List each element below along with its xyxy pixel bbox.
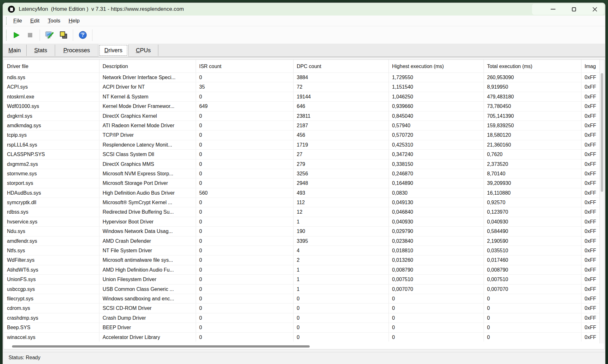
menu-help[interactable]: Help [64,17,84,25]
table-row[interactable]: AtihdWT6.sys AMD High Definition Audio F… [4,265,599,275]
cell-total-execution: 0 [484,294,581,303]
app-window: LatencyMon (Home Edition ) v 7.31 - http… [3,3,605,364]
column-header-highest-execution[interactable]: Highest execution (ms) [389,60,484,72]
cell-dpc-count: 1719 [294,140,389,149]
table-row[interactable]: tcpip.sys TCP/IP Driver 0 456 0,570720 1… [4,130,599,140]
menu-gripper[interactable] [6,17,7,25]
column-header-image-base[interactable]: Imag [581,60,599,72]
table-row[interactable]: UnionFS.sys Union Filesystem Driver 0 1 … [4,275,599,284]
cell-driver-file: AtihdWT6.sys [4,265,99,274]
cell-highest-execution: 0,425310 [389,140,484,149]
copy-report-button[interactable] [56,28,70,42]
table-row[interactable]: cdrom.sys SCSI CD-ROM Driver 0 0 0 0 0xF… [4,304,599,313]
cell-isr-count: 0 [196,333,294,342]
cell-isr-count: 0 [196,323,294,332]
toolbar-separator [73,29,73,41]
window-title: LatencyMon (Home Edition ) v 7.31 - http… [19,6,184,12]
vertical-scrollbar[interactable] [599,60,604,343]
stop-button[interactable] [23,28,37,42]
cell-isr-count: 0 [196,304,294,313]
cell-total-execution: 0,017460 [484,255,581,265]
table-row[interactable]: storport.sys Microsoft Storage Port Driv… [4,179,599,188]
menu-edit[interactable]: Edit [26,17,43,25]
vertical-scrollbar-thumb[interactable] [601,73,603,192]
cell-total-execution: 159,839250 [484,121,581,130]
column-header-driver-file[interactable]: Driver file [4,60,99,72]
cell-description: High Definition Audio Bus Driver [99,188,196,198]
table-row[interactable]: Ntfs.sys NT File System Driver 0 4 0,018… [4,246,599,255]
table-row[interactable]: ACPI.sys ACPI Driver for NT 35 72 1,1515… [4,82,599,92]
table-row[interactable]: symcryptk.dll Microsoft® SymCrypt Kernel… [4,198,599,207]
cell-total-execution: 18,580120 [484,130,581,140]
table-row[interactable]: Ndu.sys Windows Network Data Usag... 0 1… [4,227,599,236]
column-header-description[interactable]: Description [99,60,196,72]
cell-dpc-count: 0 [294,294,389,303]
maximize-button[interactable] [563,3,584,16]
cell-driver-file: rdbss.sys [4,207,99,217]
cell-isr-count: 0 [196,169,294,178]
cell-isr-count: 0 [196,236,294,246]
cell-driver-file: ACPI.sys [4,82,99,91]
table-row[interactable]: amdfendr.sys AMD Crash Defender 0 3395 0… [4,236,599,246]
horizontal-scrollbar-thumb[interactable] [12,345,310,348]
table-row[interactable]: rspLLL64.sys Resplendence Latency Monit.… [4,140,599,150]
menu-tools[interactable]: Tools [44,17,65,25]
cell-highest-execution: 0 [389,313,484,323]
table-row[interactable]: ntoskrnl.exe NT Kernel & System 0 19144 … [4,92,599,102]
cell-total-execution: 0,007510 [484,275,581,284]
minimize-icon [551,9,555,9]
table-row[interactable]: Beep.SYS BEEP Driver 0 0 0 0 0xFF [4,323,599,332]
cell-driver-file: Ntfs.sys [4,246,99,255]
table-row[interactable]: Wdf01000.sys Kernel Mode Driver Framewor… [4,102,599,111]
table-row[interactable]: rdbss.sys Redirected Drive Buffering Su.… [4,207,599,217]
cell-highest-execution: 0,57940 [389,121,484,130]
table-row[interactable]: HDAudBus.sys High Definition Audio Bus D… [4,188,599,198]
toolbar-gripper[interactable] [6,30,7,41]
cell-description: ATI Radeon Kernel Mode Driver [99,121,196,130]
title-bar[interactable]: LatencyMon (Home Edition ) v 7.31 - http… [3,3,605,16]
column-header-total-execution[interactable]: Total execution (ms) [484,60,581,72]
cell-driver-file: storport.sys [4,179,99,188]
help-button[interactable]: ? [76,28,90,42]
start-button[interactable] [9,28,23,42]
close-button[interactable] [584,3,605,16]
cell-image-base: 0xFF [581,82,599,91]
minimize-button[interactable] [542,3,563,16]
tab-drivers[interactable]: Drivers [98,44,128,57]
cell-driver-file: filecrypt.sys [4,294,99,303]
cell-image-base: 0xFF [581,217,599,226]
table-row[interactable]: hvservice.sys Hypervisor Boot Driver 0 1… [4,217,599,227]
cell-total-execution: 0,040930 [484,217,581,226]
cell-isr-count: 0 [196,160,294,169]
table-row[interactable]: dxgmms2.sys DirectX Graphics MMS 0 279 0… [4,160,599,169]
tabbar-gap [3,57,605,60]
table-row[interactable]: winaccel.sys Accelerator Driver Library … [4,333,599,342]
tab-stats[interactable]: Stats [27,44,55,57]
cell-driver-file: ntoskrnl.exe [4,92,99,101]
analyze-button[interactable] [42,28,56,42]
table-row[interactable]: CLASSPNP.SYS SCSI Class System Dll 0 27 … [4,150,599,159]
table-row[interactable]: ndis.sys Network Driver Interface Speci.… [4,73,599,82]
table-row[interactable]: amdkmdag.sys ATI Radeon Kernel Mode Driv… [4,121,599,130]
cell-isr-count: 0 [196,179,294,188]
table-row[interactable]: stornvme.sys Microsoft NVM Express Storp… [4,169,599,179]
table-row[interactable]: usbccgp.sys USB Common Class Generic ...… [4,285,599,294]
cell-isr-count: 560 [196,188,294,198]
cell-dpc-count: 112 [294,198,389,207]
horizontal-scrollbar[interactable] [4,343,599,349]
tab-main[interactable]: Main [3,44,26,57]
cell-total-execution: 39,209930 [484,179,581,188]
cell-dpc-count: 27 [294,150,389,159]
tab-processes[interactable]: Processes [55,44,98,57]
column-header-dpc-count[interactable]: DPC count [294,60,389,72]
tab-cpus[interactable]: CPUs [129,44,158,57]
cell-dpc-count: 1 [294,265,389,274]
table-row[interactable]: crashdmp.sys Crash Dump Driver 0 0 0 0 0… [4,313,599,323]
column-header-isr-count[interactable]: ISR count [196,60,294,72]
cell-total-execution: 0 [484,304,581,313]
table-row[interactable]: WdFilter.sys Microsoft antimalware file … [4,255,599,265]
table-row[interactable]: dxgkrnl.sys DirectX Graphics Kernel 0 23… [4,111,599,121]
menu-file[interactable]: File [9,17,26,25]
cell-highest-execution: 0 [389,294,484,303]
table-row[interactable]: filecrypt.sys Windows sandboxing and enc… [4,294,599,304]
